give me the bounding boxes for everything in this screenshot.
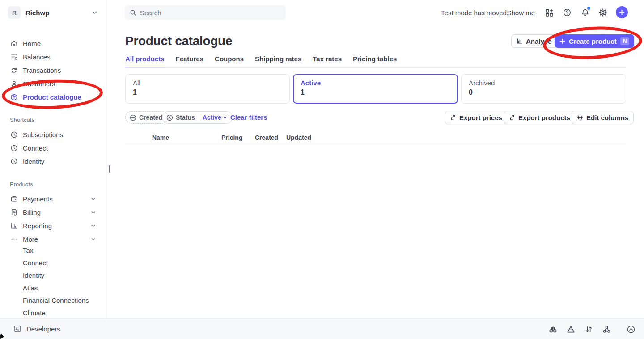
sidebar-item-billing[interactable]: Billing: [0, 205, 106, 219]
edit-columns-label: Edit columns: [586, 114, 628, 121]
filter-status-chip[interactable]: Status Active: [162, 111, 233, 124]
tab-all-products[interactable]: All products: [125, 55, 165, 68]
card-label: All: [133, 79, 282, 87]
sidebar-item-product-catalogue[interactable]: Product catalogue: [0, 90, 106, 104]
search-input[interactable]: Search: [125, 5, 286, 20]
sidebar-item-label: Product catalogue: [23, 93, 81, 101]
account-name: Richwp: [25, 9, 92, 17]
sidebar-item-label: Billing: [23, 209, 41, 216]
create-product-button[interactable]: Create product N: [555, 34, 634, 48]
chip-divider: [199, 114, 199, 121]
sidebar-item-label: Climate: [23, 309, 46, 317]
summary-card-archived[interactable]: Archived 0: [461, 74, 626, 104]
filter-created-label: Created: [139, 114, 162, 121]
account-avatar: R: [8, 6, 21, 19]
edit-columns-button[interactable]: Edit columns: [572, 111, 634, 124]
sidebar-item-subscriptions[interactable]: Subscriptions: [0, 128, 106, 141]
sidebar-item-home[interactable]: Home: [0, 37, 106, 50]
keyboard-shortcut-badge: N: [620, 37, 630, 45]
column-header-name[interactable]: Name: [152, 134, 169, 141]
products-heading: Products: [0, 181, 33, 188]
show-me-link[interactable]: Show me: [507, 9, 535, 17]
search-placeholder: Search: [140, 9, 161, 17]
billing-icon: [10, 208, 18, 216]
sidebar-item-climate[interactable]: Climate: [0, 306, 106, 319]
apps-grid-icon[interactable]: [544, 8, 554, 17]
sidebar-item-tax[interactable]: Tax: [0, 244, 106, 256]
product-catalogue-icon: [10, 93, 18, 101]
text-cursor: [109, 165, 110, 173]
sidebar-item-label: Reporting: [23, 222, 52, 230]
sidebar-item-financial-connections[interactable]: Financial Connections: [0, 294, 106, 306]
analyse-button[interactable]: Analyse: [511, 34, 557, 48]
sidebar-item-balances[interactable]: Balances: [0, 50, 106, 63]
sidebar-item-connect-shortcut[interactable]: Connect: [0, 141, 106, 155]
sidebar-item-customers[interactable]: Customers: [0, 77, 106, 90]
chevron-down-icon: [91, 197, 96, 201]
tab-pricing-tables[interactable]: Pricing tables: [353, 55, 397, 68]
home-icon: [10, 39, 18, 47]
account-switcher[interactable]: R Richwp: [8, 6, 97, 19]
divider: [125, 130, 626, 130]
export-prices-button[interactable]: Export prices: [445, 111, 508, 124]
sidebar-item-connect[interactable]: Connect: [0, 256, 106, 269]
sidebar-item-label: Atlas: [23, 284, 38, 292]
sidebar-item-identity[interactable]: Identity: [0, 269, 106, 281]
card-label: Archived: [469, 79, 619, 87]
export-icon: [450, 115, 456, 121]
card-value: 1: [133, 88, 282, 96]
filter-status-value: Active: [203, 114, 221, 121]
divider: [125, 144, 626, 144]
x-circle-icon: [166, 114, 173, 121]
gear-icon: [577, 114, 583, 121]
export-products-button[interactable]: Export products: [504, 111, 576, 124]
notifications-bell-icon[interactable]: [580, 8, 590, 17]
sidebar-item-label: Connect: [23, 259, 48, 267]
sidebar-item-reporting[interactable]: Reporting: [0, 219, 106, 232]
transactions-icon: [10, 66, 18, 74]
tab-shipping-rates[interactable]: Shipping rates: [255, 55, 301, 68]
settings-gear-icon[interactable]: [598, 8, 608, 17]
developers-label: Developers: [26, 325, 60, 333]
tab-features[interactable]: Features: [176, 55, 204, 68]
chevron-down-icon: [91, 237, 96, 242]
sidebar-item-label: Identity: [23, 158, 44, 165]
column-header-updated[interactable]: Updated: [286, 134, 311, 141]
tab-coupons[interactable]: Coupons: [215, 55, 244, 68]
more-ellipsis-icon: [10, 235, 18, 243]
developer-bar: Developers: [0, 318, 644, 339]
column-header-created[interactable]: Created: [255, 134, 278, 141]
tab-tax-rates[interactable]: Tax rates: [313, 55, 342, 68]
test-mode-text: Test mode has moved.: [441, 9, 508, 17]
sidebar-item-transactions[interactable]: Transactions: [0, 63, 106, 77]
sidebar-item-label: Transactions: [23, 67, 61, 74]
clear-filters-link[interactable]: Clear filters: [230, 113, 267, 121]
sidebar-item-identity-shortcut[interactable]: Identity: [0, 155, 106, 168]
sidebar-item-label: Identity: [23, 272, 44, 279]
terminal-icon: [13, 325, 21, 333]
collapse-chevron-up-icon[interactable]: [627, 325, 636, 334]
sidebar-item-label: Customers: [23, 80, 55, 88]
reporting-icon: [10, 222, 18, 230]
summary-card-all[interactable]: All 1: [125, 74, 290, 104]
column-header-pricing[interactable]: Pricing: [221, 134, 242, 141]
create-product-label: Create product: [569, 38, 617, 45]
errors-warning-icon[interactable]: [566, 325, 575, 334]
chart-icon: [517, 38, 523, 44]
inspector-binoculars-icon[interactable]: [548, 325, 557, 334]
help-icon[interactable]: [562, 8, 572, 17]
developers-button[interactable]: Developers: [13, 325, 60, 333]
api-requests-arrows-icon[interactable]: [584, 325, 593, 334]
tab-bar: All products Features Coupons Shipping r…: [125, 55, 397, 68]
sidebar-item-payments[interactable]: Payments: [0, 192, 106, 205]
summary-card-active[interactable]: Active 1: [293, 74, 458, 104]
analyse-label: Analyse: [526, 38, 552, 45]
quick-add-button[interactable]: [616, 6, 628, 18]
webhooks-icon[interactable]: [602, 325, 611, 334]
clock-icon: [10, 130, 18, 138]
sidebar-item-label: Payments: [23, 195, 53, 203]
balances-icon: [10, 53, 18, 61]
sidebar-item-atlas[interactable]: Atlas: [0, 281, 106, 294]
sidebar-item-label: Connect: [23, 144, 48, 152]
page-title: Product catalogue: [125, 34, 232, 48]
